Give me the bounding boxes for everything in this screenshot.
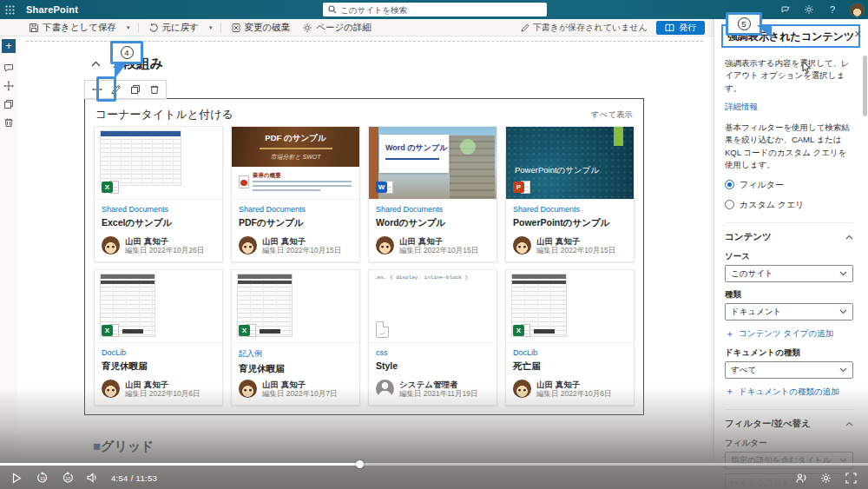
source-select[interactable]: このサイト bbox=[725, 265, 853, 282]
more-info-link[interactable]: 詳細情報 bbox=[725, 101, 758, 113]
avatar bbox=[102, 236, 120, 254]
sharepoint-page-editor: SharePoint ? 下書きとして保存 bbox=[0, 0, 868, 489]
card-title: Excelのサンプル bbox=[102, 217, 215, 229]
document-type-select[interactable]: すべて bbox=[725, 361, 853, 379]
card-library-link[interactable]: Shared Documents bbox=[376, 205, 490, 214]
filter-sort-section-header[interactable]: フィルター/並べ替え bbox=[725, 409, 853, 431]
delete-webpart-icon[interactable] bbox=[148, 83, 161, 96]
document-card[interactable]: X Shared Documents Excelのサンプル 山田 真知子 編集日… bbox=[94, 126, 223, 262]
panel-scrollbar[interactable] bbox=[863, 56, 867, 116]
card-author-name: 山田 真知子 bbox=[536, 380, 611, 390]
document-card[interactable]: .ms… { display: inline-block } css Style… bbox=[368, 269, 497, 406]
excel-file-icon: X bbox=[513, 323, 536, 338]
divider bbox=[220, 23, 221, 33]
document-card[interactable]: X DocLib 育児休暇届 山田 真知子 編集日 2022年10月6日 bbox=[94, 269, 223, 406]
app-launcher-icon[interactable] bbox=[0, 0, 19, 19]
search-input[interactable] bbox=[340, 5, 542, 15]
publish-label: 発行 bbox=[679, 22, 696, 34]
card-library-link[interactable]: 記入例 bbox=[239, 348, 352, 360]
delete-icon[interactable] bbox=[3, 116, 15, 129]
add-document-type-link[interactable]: ＋ ドキュメントの種類の追加 bbox=[725, 386, 853, 398]
see-all-link[interactable]: すべて表示 bbox=[591, 109, 633, 121]
site-search[interactable] bbox=[323, 3, 547, 17]
duplicate-webpart-icon[interactable] bbox=[128, 83, 141, 96]
highlighted-content-panel: 強調表示されたコンテンツ ✕ 強調表示する内容を選択して、レイアウト オプション… bbox=[713, 19, 868, 489]
duplicate-icon[interactable] bbox=[3, 98, 15, 110]
close-icon[interactable]: ✕ bbox=[854, 30, 862, 39]
feedback-icon[interactable] bbox=[779, 3, 792, 16]
word-file-icon: W bbox=[376, 180, 398, 195]
card-author-name: 山田 真知子 bbox=[262, 236, 341, 247]
card-library-link[interactable]: css bbox=[376, 348, 490, 357]
excel-file-icon: X bbox=[102, 323, 124, 338]
fullscreen-icon[interactable] bbox=[845, 472, 858, 485]
card-library-link[interactable]: DocLib bbox=[513, 348, 627, 357]
discard-changes-button[interactable]: 変更の破棄 bbox=[227, 19, 295, 36]
card-title: PowerPointのサンプル bbox=[513, 217, 627, 229]
annotation-pointer bbox=[757, 25, 772, 38]
command-bar: 下書きとして保存 ▾ 元に戻す ▾ 変更の破棄 bbox=[0, 19, 713, 36]
card-edit-date: 編集日 2022年10月15日 bbox=[399, 246, 478, 255]
section-collapse-icon[interactable] bbox=[91, 61, 101, 67]
draft-status: 下書きが保存されていません bbox=[521, 22, 648, 34]
document-card[interactable]: X DocLib 死亡届 山田 真知子 編集日 2022年10月6日 bbox=[505, 269, 635, 406]
volume-icon[interactable] bbox=[86, 472, 99, 485]
avatar bbox=[239, 380, 257, 398]
card-author-row: 山田 真知子 編集日 2022年10月6日 bbox=[102, 380, 200, 400]
document-card[interactable]: PDF のサンプル市場分析と SWOT業界の概要 Shared Document… bbox=[231, 126, 360, 262]
custom-query-radio-option[interactable]: カスタム クエリ bbox=[725, 198, 853, 211]
video-progress-bar[interactable] bbox=[0, 463, 868, 466]
radio-custom-query[interactable] bbox=[725, 200, 734, 209]
undo-dropdown-caret[interactable]: ▾ bbox=[207, 24, 215, 31]
type-select[interactable]: ドキュメント bbox=[725, 303, 853, 320]
annotation-number: 4 bbox=[121, 46, 134, 59]
comment-icon[interactable] bbox=[3, 62, 15, 74]
card-library-link[interactable]: Shared Documents bbox=[239, 205, 352, 214]
add-section-button[interactable]: + bbox=[2, 39, 16, 53]
page-details-button[interactable]: ページの詳細 bbox=[298, 19, 376, 36]
card-thumbnail: X bbox=[95, 127, 222, 200]
card-author-row: システム管理者 編集日 2021年11月19日 bbox=[376, 380, 478, 400]
undo-button[interactable]: 元に戻す bbox=[144, 19, 204, 36]
book-icon bbox=[665, 23, 674, 32]
card-edit-date: 編集日 2021年11月19日 bbox=[399, 389, 478, 399]
card-author-name: 山田 真知子 bbox=[399, 236, 478, 247]
highlighted-content-webpart[interactable]: コーナータイトルと付ける すべて表示 X Shared Documents Ex… bbox=[84, 98, 644, 415]
document-card[interactable]: Word のサンプルW Shared Documents Wordのサンプル 山… bbox=[368, 126, 497, 262]
card-library-link[interactable]: Shared Documents bbox=[102, 205, 215, 214]
source-label: ソース bbox=[725, 250, 853, 262]
ppt-file-icon: P bbox=[513, 180, 536, 195]
save-draft-button[interactable]: 下書きとして保存 bbox=[24, 19, 121, 36]
account-avatar[interactable] bbox=[850, 3, 865, 17]
add-content-type-link[interactable]: ＋ コンテンツ タイプの追加 bbox=[725, 327, 853, 340]
pencil-icon bbox=[521, 23, 529, 32]
filter-radio-option[interactable]: フィルター bbox=[725, 178, 853, 191]
save-dropdown-caret[interactable]: ▾ bbox=[124, 24, 133, 31]
document-type-label: ドキュメントの種類 bbox=[725, 347, 853, 359]
skip-back-10-icon[interactable]: 10 bbox=[36, 472, 49, 485]
move-icon[interactable] bbox=[3, 80, 15, 92]
card-grid: X Shared Documents Excelのサンプル 山田 真知子 編集日… bbox=[94, 126, 635, 406]
radio-filter[interactable] bbox=[725, 180, 734, 189]
skip-forward-10-icon[interactable]: 10 bbox=[61, 472, 74, 485]
document-card[interactable]: X 記入例 育児休暇届 山田 真知子 編集日 2022年10月7日 bbox=[231, 269, 360, 406]
play-icon[interactable] bbox=[10, 472, 23, 485]
audio-description-icon[interactable] bbox=[794, 472, 807, 485]
content-section-header[interactable]: コンテンツ bbox=[725, 222, 853, 244]
card-author-name: システム管理者 bbox=[399, 380, 478, 390]
card-title: 死亡届 bbox=[513, 360, 627, 373]
type-label: 種類 bbox=[725, 288, 853, 301]
video-progress-fill bbox=[0, 463, 359, 466]
publish-button[interactable]: 発行 bbox=[656, 21, 705, 35]
card-author-name: 山田 真知子 bbox=[262, 380, 337, 390]
settings-gear-icon[interactable] bbox=[803, 3, 815, 16]
card-author-row: 山田 真知子 編集日 2022年10月15日 bbox=[513, 236, 615, 256]
document-card[interactable]: PowerPointのサンプルP Shared Documents PowerP… bbox=[505, 126, 635, 262]
player-settings-icon[interactable] bbox=[819, 472, 832, 485]
help-icon[interactable]: ? bbox=[826, 3, 838, 16]
card-library-link[interactable]: Shared Documents bbox=[513, 205, 627, 214]
card-library-link[interactable]: DocLib bbox=[102, 348, 215, 357]
card-title: Style bbox=[376, 360, 490, 371]
card-author-name: 山田 真知子 bbox=[536, 236, 615, 247]
annotation-pencil-highlight bbox=[96, 76, 116, 102]
